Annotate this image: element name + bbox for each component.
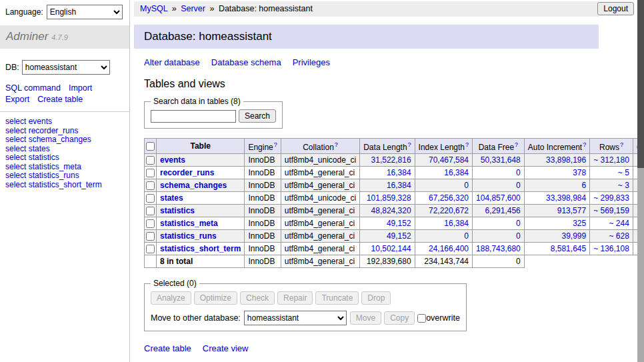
column-help-link[interactable]: ? — [408, 141, 411, 148]
row-checkbox[interactable] — [146, 207, 155, 215]
logout-button[interactable]: Logout — [597, 2, 634, 15]
index-length-link[interactable]: 0 — [464, 231, 469, 241]
table-name-link[interactable]: statistics_runs — [160, 231, 217, 241]
breadcrumb-server-link[interactable]: Server — [181, 4, 205, 13]
rows-link[interactable]: ~ 244 — [609, 219, 629, 228]
auto-increment-link[interactable]: 6 — [581, 181, 586, 190]
row-checkbox[interactable] — [146, 232, 155, 241]
data-length-link[interactable]: 31,522,816 — [371, 155, 411, 165]
data-free-link[interactable]: 6,291,456 — [485, 206, 520, 215]
auto-increment-link[interactable]: 33,898,196 — [546, 155, 586, 165]
data-length-link[interactable]: 101,859,328 — [367, 193, 411, 203]
table-name-link[interactable]: events — [160, 155, 185, 165]
sidebar-table-link[interactable]: select states — [5, 145, 124, 154]
select-all-checkbox[interactable] — [146, 142, 155, 151]
repair-button[interactable]: Repair — [277, 291, 313, 305]
export-link[interactable]: Export — [5, 95, 29, 104]
db-select[interactable]: homeassistant — [22, 60, 110, 75]
rows-link[interactable]: ~ 628 — [609, 231, 629, 241]
language-select[interactable]: English — [47, 5, 123, 19]
auto-increment-link[interactable]: 33,398,984 — [546, 193, 586, 203]
data-free-link[interactable]: 0 — [516, 181, 521, 190]
copy-button[interactable]: Copy — [384, 311, 415, 325]
data-free-link[interactable]: 0 — [516, 219, 521, 228]
index-length-link[interactable]: 0 — [464, 181, 469, 190]
rows-link[interactable]: ~ 312,180 — [593, 155, 629, 165]
app-logo[interactable]: Adminer — [6, 30, 48, 43]
data-free-link[interactable]: 188,743,680 — [476, 244, 521, 253]
auto-increment-link[interactable]: 8,581,645 — [551, 244, 586, 253]
import-link[interactable]: Import — [69, 83, 92, 93]
sql-command-link[interactable]: SQL command — [5, 83, 61, 93]
index-length-link[interactable]: 72,220,672 — [429, 206, 469, 215]
table-name-link[interactable]: statistics — [160, 206, 195, 215]
column-help-link[interactable]: ? — [583, 141, 586, 148]
table-name-link[interactable]: recorder_runs — [160, 168, 214, 177]
index-length-link[interactable]: 67,256,320 — [429, 193, 469, 203]
search-input[interactable] — [151, 110, 236, 123]
row-checkbox[interactable] — [146, 194, 155, 203]
row-checkbox[interactable] — [146, 219, 155, 228]
rows-link[interactable]: ~ 5 — [618, 168, 629, 177]
create-table-link-sidebar[interactable]: Create table — [37, 95, 83, 104]
sidebar-table-link[interactable]: select statistics_meta — [5, 163, 124, 172]
sidebar-table-link[interactable]: select statistics_runs — [5, 171, 124, 181]
index-length-link[interactable]: 70,467,584 — [429, 155, 469, 165]
move-db-select[interactable]: homeassistant — [244, 311, 347, 325]
column-help-link[interactable]: ? — [465, 141, 469, 148]
auto-increment-link[interactable]: 913,577 — [557, 206, 586, 215]
table-name-link[interactable]: schema_changes — [160, 181, 227, 190]
check-button[interactable]: Check — [240, 291, 275, 305]
row-checkbox[interactable] — [146, 156, 155, 165]
index-length-link[interactable]: 16,384 — [444, 219, 469, 228]
table-name-link[interactable]: states — [160, 193, 183, 203]
rows-link[interactable]: ~ 299,833 — [593, 193, 629, 203]
data-free-link[interactable]: 0 — [516, 168, 521, 177]
search-button[interactable]: Search — [239, 109, 276, 123]
vertical-scrollbar[interactable] — [637, 0, 644, 362]
index-length-link[interactable]: 16,384 — [444, 168, 469, 177]
alter-database-link[interactable]: Alter database — [144, 57, 200, 67]
data-length-link[interactable]: 16,384 — [387, 168, 411, 177]
create-table-link[interactable]: Create table — [144, 343, 191, 353]
rows-link[interactable]: ~ 136,108 — [593, 244, 629, 253]
auto-increment-link[interactable]: 39,999 — [561, 231, 586, 241]
data-free-link[interactable]: 50,331,648 — [481, 155, 521, 165]
data-free-link[interactable]: 104,857,600 — [476, 193, 521, 203]
column-help-link[interactable]: ? — [274, 141, 277, 148]
sidebar-table-link[interactable]: select statistics — [5, 153, 124, 163]
drop-button[interactable]: Drop — [361, 291, 391, 305]
scrollbar-thumb[interactable] — [637, 0, 644, 168]
data-length-link[interactable]: 16,384 — [387, 181, 411, 190]
data-length-link[interactable]: 48,824,320 — [371, 206, 411, 215]
analyze-button[interactable]: Analyze — [151, 291, 191, 305]
data-length-link[interactable]: 10,502,144 — [371, 244, 411, 253]
column-help-link[interactable]: ? — [620, 141, 623, 148]
table-name-link[interactable]: statistics_short_term — [160, 244, 241, 253]
create-view-link[interactable]: Create view — [203, 343, 249, 353]
data-length-link[interactable]: 49,152 — [387, 231, 411, 241]
overwrite-checkbox[interactable] — [417, 314, 426, 323]
sidebar-table-link[interactable]: select schema_changes — [5, 135, 124, 145]
data-length-link[interactable]: 49,152 — [387, 219, 411, 228]
column-help-link[interactable]: ? — [335, 141, 338, 148]
row-checkbox[interactable] — [146, 245, 155, 253]
row-checkbox[interactable] — [146, 169, 155, 177]
table-name-link[interactable]: statistics_meta — [160, 219, 218, 228]
privileges-link[interactable]: Privileges — [293, 57, 330, 67]
auto-increment-link[interactable]: 378 — [573, 168, 586, 177]
auto-increment-link[interactable]: 325 — [573, 219, 586, 228]
row-checkbox[interactable] — [146, 181, 155, 190]
data-free-link[interactable]: 0 — [516, 231, 521, 241]
rows-link[interactable]: ~ 569,159 — [593, 206, 629, 215]
sidebar-table-link[interactable]: select events — [5, 117, 124, 127]
index-length-link[interactable]: 24,166,400 — [429, 244, 469, 253]
breadcrumb-mysql-link[interactable]: MySQL — [140, 4, 167, 13]
optimize-button[interactable]: Optimize — [194, 291, 237, 305]
sidebar-table-link[interactable]: select recorder_runs — [5, 127, 124, 136]
move-button[interactable]: Move — [350, 311, 381, 325]
column-help-link[interactable]: ? — [515, 141, 518, 148]
database-schema-link[interactable]: Database schema — [211, 57, 281, 67]
rows-link[interactable]: ~ 3 — [618, 181, 629, 190]
truncate-button[interactable]: Truncate — [315, 291, 359, 305]
